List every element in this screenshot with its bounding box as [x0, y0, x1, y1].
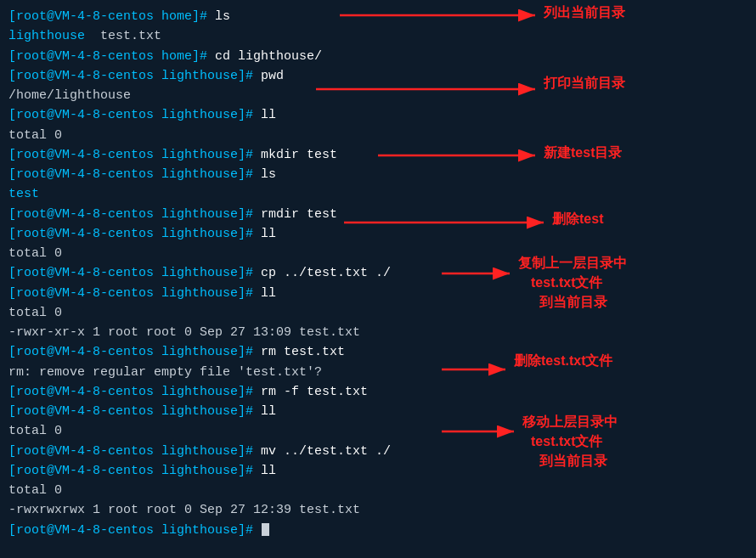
prompt-text: [root@VM-4-8-centos lighthouse]#: [8, 385, 261, 399]
prompt-text: [root@VM-4-8-centos lighthouse]#: [8, 69, 261, 83]
prompt-text: [root@VM-4-8-centos lighthouse]#: [8, 286, 261, 301]
terminal-line: [root@VM-4-8-centos lighthouse]# ll: [8, 402, 748, 421]
terminal-line: [root@VM-4-8-centos home]# cd lighthouse…: [8, 47, 748, 66]
command-text: ll: [261, 227, 276, 241]
terminal-line: -rwxrwxrwx 1 root root 0 Sep 27 12:39 te…: [8, 500, 748, 520]
terminal: [root@VM-4-8-centos home]# lslighthouse …: [0, 0, 756, 558]
terminal-line: rm: remove regular empty file 'test.txt'…: [8, 363, 748, 382]
command-text: rm test.txt: [261, 345, 345, 359]
command-text: pwd: [261, 69, 284, 83]
terminal-line: [root@VM-4-8-centos lighthouse]# rm test…: [8, 342, 748, 362]
terminal-line: [root@VM-4-8-centos lighthouse]# ll: [8, 105, 748, 125]
prompt-text: [root@VM-4-8-centos lighthouse]#: [8, 108, 261, 122]
terminal-line: /home/lighthouse: [8, 86, 748, 105]
terminal-line: -rwxr-xr-x 1 root root 0 Sep 27 13:09 te…: [8, 323, 748, 342]
command-text: ls: [215, 9, 230, 24]
prompt-text: [root@VM-4-8-centos home]#: [8, 49, 215, 64]
terminal-line: test: [8, 184, 748, 204]
prompt-text: [root@VM-4-8-centos lighthouse]#: [8, 227, 261, 241]
terminal-line: [root@VM-4-8-centos lighthouse]# rm -f t…: [8, 382, 748, 402]
prompt-text: [root@VM-4-8-centos lighthouse]#: [8, 148, 261, 162]
command-text: cd lighthouse/: [215, 49, 322, 64]
prompt-text: [root@VM-4-8-centos home]#: [8, 9, 215, 24]
prompt-text: [root@VM-4-8-centos lighthouse]#: [8, 464, 261, 478]
command-text: rm -f test.txt: [261, 385, 368, 399]
dir-text: test: [8, 187, 39, 201]
command-text: ll: [261, 464, 276, 478]
terminal-line: [root@VM-4-8-centos lighthouse]# mkdir t…: [8, 145, 748, 165]
terminal-line: total 0: [8, 421, 748, 441]
terminal-line: total 0: [8, 244, 748, 263]
terminal-line: [root@VM-4-8-centos lighthouse]# ll: [8, 224, 748, 244]
prompt-text: [root@VM-4-8-centos lighthouse]#: [8, 444, 261, 459]
terminal-line: [root@VM-4-8-centos lighthouse]# ll: [8, 461, 748, 481]
prompt-text: [root@VM-4-8-centos lighthouse]#: [8, 266, 261, 280]
prompt-text: [root@VM-4-8-centos lighthouse]#: [8, 207, 261, 222]
file-text: test.txt: [85, 29, 161, 43]
prompt-text: [root@VM-4-8-centos lighthouse]#: [8, 345, 261, 359]
command-text: ll: [261, 286, 276, 301]
command-text: mv ../test.txt ./: [261, 444, 391, 459]
terminal-line: [root@VM-4-8-centos lighthouse]# ll: [8, 284, 748, 303]
terminal-line: total 0: [8, 481, 748, 500]
terminal-line: [root@VM-4-8-centos lighthouse]#: [8, 521, 748, 540]
command-text: ll: [261, 108, 276, 122]
prompt-text: [root@VM-4-8-centos lighthouse]#: [8, 523, 261, 538]
prompt-text: [root@VM-4-8-centos lighthouse]#: [8, 167, 261, 182]
dir-text: lighthouse: [8, 29, 85, 43]
command-text: cp ../test.txt ./: [261, 266, 391, 280]
command-text: ls: [261, 167, 276, 182]
terminal-line: [root@VM-4-8-centos lighthouse]# rmdir t…: [8, 205, 748, 224]
terminal-line: [root@VM-4-8-centos lighthouse]# cp ../t…: [8, 263, 748, 283]
command-text: rmdir test: [261, 207, 337, 222]
terminal-line: [root@VM-4-8-centos lighthouse]# ls: [8, 165, 748, 184]
command-text: mkdir test: [261, 148, 337, 162]
terminal-line: total 0: [8, 303, 748, 323]
terminal-line: [root@VM-4-8-centos home]# ls: [8, 7, 748, 26]
terminal-line: total 0: [8, 126, 748, 145]
terminal-line: [root@VM-4-8-centos lighthouse]# mv ../t…: [8, 442, 748, 461]
terminal-line: lighthouse test.txt: [8, 26, 748, 46]
prompt-text: [root@VM-4-8-centos lighthouse]#: [8, 404, 261, 419]
command-text: ll: [261, 404, 276, 419]
terminal-line: [root@VM-4-8-centos lighthouse]# pwd: [8, 66, 748, 86]
cursor: [262, 523, 269, 536]
